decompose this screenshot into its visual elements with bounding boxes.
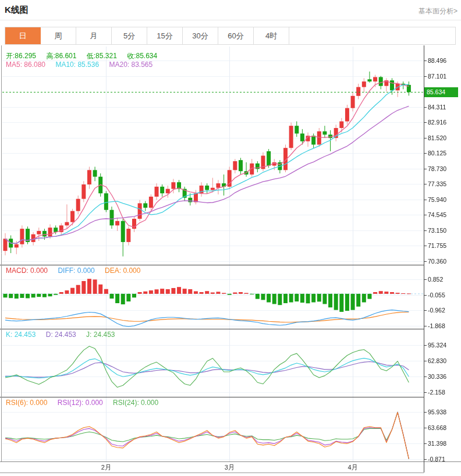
y-axis-label-macd: -0.962 [428, 307, 445, 314]
y-axis-label-macd: -0.055 [428, 292, 445, 299]
y-axis-label-main: 88.496 [428, 57, 446, 64]
y-axis-label-rsi: 63.668 [428, 424, 446, 431]
legend-ma20: MA20: 83.565 [109, 61, 153, 69]
kline-app: K线图 基本面分析> 日周月5分15分30分60分4时 开:86.295 高:8… [0, 0, 461, 476]
y-axis-label-kdj: 95.324 [428, 342, 446, 349]
y-axis-label-main: 70.360 [428, 258, 446, 265]
legend-open: 开:86.295 [6, 52, 36, 60]
y-axis-label-macd: -1.868 [428, 322, 445, 329]
legend-j: J: 24.453 [86, 331, 115, 339]
current-price-tag: 85.634 [424, 87, 458, 97]
y-axis-label-kdj: 62.830 [428, 357, 446, 364]
x-axis-label-month: 3月 [219, 463, 239, 472]
kdj-legend: K: 24.453 D: 24.453 J: 24.453 [6, 331, 123, 339]
legend-rsi12: RSI(12): 0.000 [58, 399, 103, 407]
y-axis-label-main: 84.311 [428, 104, 446, 111]
legend-ma5: MA5: 86.080 [6, 61, 45, 69]
macd-legend: MACD: 0.000 DIFF: 0.000 DEA: 0.000 [6, 267, 148, 275]
y-axis-label-main: 77.335 [428, 180, 446, 187]
legend-k: K: 24.453 [6, 331, 36, 339]
legend-rsi24: RSI(24): 0.000 [113, 399, 158, 407]
ma-legend: MA5: 86.080 MA10: 85.536 MA20: 83.565 [6, 61, 161, 69]
y-axis-label-main: 75.940 [428, 196, 446, 203]
y-axis-label-main: 73.150 [428, 227, 446, 234]
y-axis-label-rsi: 95.938 [428, 408, 446, 415]
y-axis-label-kdj: -2.158 [428, 389, 445, 396]
y-axis-label-main: 82.916 [428, 119, 446, 126]
y-axis-label-main: 80.125 [428, 150, 446, 157]
x-axis-label-month: 2月 [96, 463, 116, 472]
y-axis-label-rsi: 31.398 [428, 440, 446, 447]
y-axis-label-macd: 0.852 [428, 276, 443, 283]
ohlc-legend: 开:86.295 高:86.601 低:85.321 收:85.634 [6, 51, 165, 61]
x-axis-label-month: 4月 [343, 463, 363, 472]
legend-diff: DIFF: 0.000 [58, 267, 94, 275]
y-axis-label-main: 87.101 [428, 73, 446, 80]
y-axis-label-main: 81.520 [428, 134, 446, 141]
legend-ma10: MA10: 85.536 [55, 61, 99, 69]
y-axis-label-rsi: -0.871 [428, 456, 445, 463]
y-axis-label-kdj: 30.336 [428, 373, 446, 380]
legend-close: 收:85.634 [127, 52, 157, 60]
legend-high: 高:86.601 [46, 52, 76, 60]
y-axis-label-main: 78.730 [428, 165, 446, 172]
legend-dea: DEA: 0.000 [105, 267, 140, 275]
y-axis-label-main: 74.545 [428, 211, 446, 218]
legend-d: D: 24.453 [46, 331, 76, 339]
legend-rsi6: RSI(6): 0.000 [6, 399, 47, 407]
legend-low: 低:85.321 [87, 52, 117, 60]
rsi-legend: RSI(6): 0.000 RSI(12): 0.000 RSI(24): 0.… [6, 399, 166, 407]
y-axis-label-main: 71.755 [428, 242, 446, 249]
legend-macd: MACD: 0.000 [6, 267, 48, 275]
